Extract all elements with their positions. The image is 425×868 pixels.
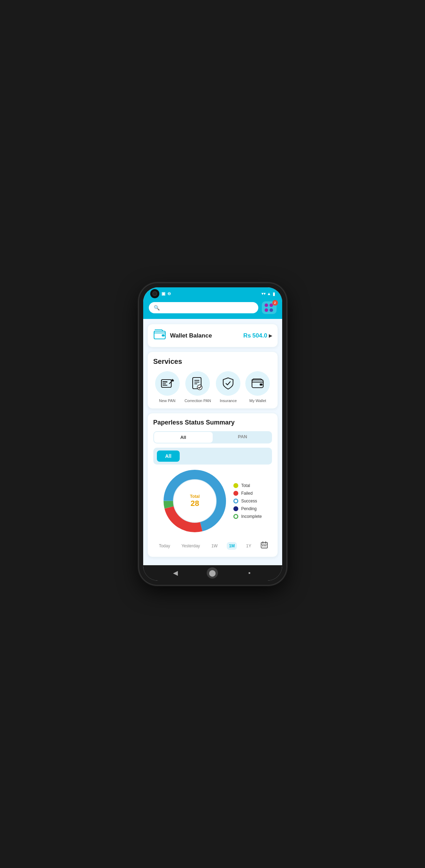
dollar-icon: ⊖	[167, 291, 171, 296]
svg-rect-25	[262, 545, 263, 546]
legend-incomplete-label: Incomplete	[241, 514, 262, 519]
services-card: Services	[147, 352, 278, 409]
svg-rect-4	[162, 383, 166, 384]
insurance-icon[interactable]	[216, 371, 240, 396]
donut-center: Total 28	[190, 494, 200, 508]
legend-total-label: Total	[241, 483, 250, 488]
chevron-right-icon: ▶	[269, 333, 272, 338]
calendar-icon[interactable]	[260, 541, 268, 550]
wallet-balance-card[interactable]: Wallet Balance Rs 504.0 ▶	[147, 324, 278, 347]
filter-row: All	[153, 448, 272, 465]
home-button[interactable]: ⬤	[207, 567, 218, 579]
wallet-value: 504.0	[252, 332, 267, 339]
new-pan-icon[interactable]	[155, 371, 180, 396]
my-wallet-icon[interactable]	[245, 371, 270, 396]
donut-total-value: 28	[190, 499, 200, 508]
wallet-currency: Rs	[243, 332, 251, 339]
legend-success-label: Success	[241, 499, 257, 503]
sim-icon: ▣	[161, 291, 165, 296]
svg-text:20: 20	[177, 505, 183, 511]
insurance-label: Insurance	[220, 399, 237, 403]
filter-all-button[interactable]: All	[157, 450, 180, 462]
recent-apps-button[interactable]: ▪	[244, 567, 255, 579]
status-right: ▾▾ ▲ ▮	[261, 291, 275, 296]
service-item-my-wallet[interactable]: My Wallet	[245, 371, 270, 403]
bottom-nav: ◀ ⬤ ▪	[143, 565, 282, 581]
services-title: Services	[153, 358, 272, 366]
legend-failed-label: Failed	[241, 491, 253, 496]
legend-failed: Failed	[233, 491, 262, 496]
time-btn-1y[interactable]: 1Y	[244, 542, 253, 550]
time-btn-1m[interactable]: 1M	[227, 542, 237, 550]
donut-total-label: Total	[190, 494, 200, 499]
legend-success: Success	[233, 499, 262, 503]
status-left: ▣ ⊖	[150, 289, 171, 298]
correction-pan-icon[interactable]	[185, 371, 210, 396]
service-item-correction-pan[interactable]: Correction PAN	[185, 371, 211, 403]
svg-rect-27	[265, 545, 266, 546]
my-wallet-label: My Wallet	[250, 399, 266, 403]
chart-legend: Total Failed Success Pending	[233, 483, 262, 519]
svg-rect-3	[162, 381, 167, 382]
legend-incomplete-dot	[233, 514, 238, 519]
legend-incomplete: Incomplete	[233, 514, 262, 519]
search-bar[interactable]: 🔍	[149, 302, 258, 313]
notification-wrapper[interactable]: 2	[262, 301, 277, 314]
chart-area: 7 1 20 Total 28	[153, 469, 272, 533]
svg-text:1: 1	[207, 502, 210, 507]
search-icon: 🔍	[154, 305, 160, 311]
wifi-icon: ▾▾	[261, 291, 266, 296]
wallet-card-icon	[153, 329, 166, 342]
camera	[150, 289, 159, 298]
wallet-amount: Rs 504.0 ▶	[243, 332, 272, 339]
legend-pending: Pending	[233, 506, 262, 511]
notification-badge: 2	[272, 300, 278, 306]
legend-failed-dot	[233, 491, 238, 496]
time-btn-yesterday[interactable]: Yesterday	[179, 542, 202, 550]
time-btn-1w[interactable]: 1W	[209, 542, 220, 550]
back-button[interactable]: ◀	[170, 567, 181, 579]
legend-total-dot	[233, 483, 238, 488]
legend-total: Total	[233, 483, 262, 488]
legend-success-dot	[233, 499, 238, 503]
services-grid: New PAN	[153, 371, 272, 403]
svg-rect-1	[162, 334, 165, 336]
donut-chart: 7 1 20 Total 28	[163, 469, 226, 533]
phone-frame: ▣ ⊖ ▾▾ ▲ ▮ 🔍 2	[139, 283, 286, 585]
svg-rect-12	[260, 383, 263, 386]
correction-pan-label: Correction PAN	[185, 399, 211, 403]
time-filters: Today Yesterday 1W 1M 1Y	[153, 538, 272, 551]
wallet-balance-label: Wallet Balance	[170, 332, 239, 339]
svg-rect-26	[264, 545, 265, 546]
service-item-new-pan[interactable]: New PAN	[155, 371, 180, 403]
legend-pending-label: Pending	[241, 506, 257, 511]
paperless-summary-card: Paperless Status Summary All PAN All	[147, 413, 278, 557]
service-item-insurance[interactable]: Insurance	[216, 371, 240, 403]
signal-icon: ▲	[267, 291, 271, 296]
legend-pending-dot	[233, 506, 238, 511]
scroll-content: Wallet Balance Rs 504.0 ▶ Services	[143, 319, 282, 565]
phone-screen: ▣ ⊖ ▾▾ ▲ ▮ 🔍 2	[143, 287, 282, 581]
status-bar: ▣ ⊖ ▾▾ ▲ ▮	[143, 287, 282, 299]
battery-icon: ▮	[273, 291, 275, 296]
header: 🔍 2	[143, 299, 282, 319]
svg-text:7: 7	[206, 487, 208, 492]
time-btn-today[interactable]: Today	[157, 542, 172, 550]
tab-switcher: All PAN	[153, 431, 272, 443]
new-pan-label: New PAN	[159, 399, 175, 403]
tab-pan[interactable]: PAN	[213, 431, 272, 443]
summary-title: Paperless Status Summary	[153, 419, 272, 426]
svg-rect-5	[162, 385, 167, 386]
search-input[interactable]	[162, 305, 253, 311]
tab-all[interactable]: All	[154, 432, 213, 443]
